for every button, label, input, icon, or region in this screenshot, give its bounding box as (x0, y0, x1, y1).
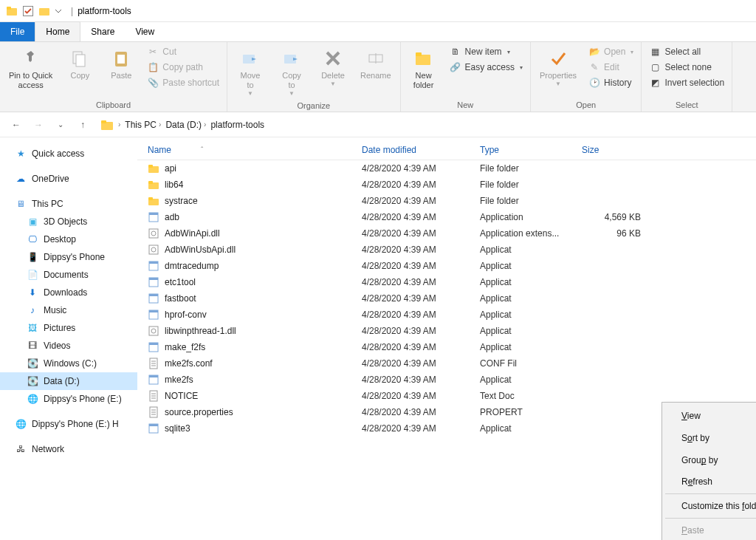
tab-file[interactable]: File (0, 22, 35, 41)
tab-home[interactable]: Home (35, 21, 80, 41)
file-type: Applicat (480, 245, 582, 255)
sidebar-network[interactable]: 🖧Network (0, 440, 137, 458)
file-row[interactable]: adb4/28/2020 4:39 AMApplication4,569 KB (148, 209, 746, 225)
pin-to-quick-access-button[interactable]: Pin to Quick access (4, 45, 57, 93)
file-row[interactable]: libwinpthread-1.dll4/28/2020 4:39 AMAppl… (148, 323, 746, 339)
new-folder-button[interactable]: New folder (405, 45, 442, 93)
file-icon (148, 260, 159, 272)
move-icon (240, 48, 261, 69)
select-all-button[interactable]: ▦Select all (646, 45, 727, 58)
file-row[interactable]: AdbWinApi.dll4/28/2020 4:39 AMApplicatio… (148, 225, 746, 242)
paste-button[interactable]: Paste (103, 45, 140, 83)
copy-to-button[interactable]: Copy to▼ (273, 45, 310, 100)
ctx-group-by[interactable]: Group by› (664, 449, 756, 471)
back-button[interactable]: ← (7, 116, 25, 134)
sidebar-music[interactable]: ♪Music (0, 301, 137, 319)
breadcrumb-2[interactable]: platform-tools (210, 120, 264, 130)
delete-button[interactable]: Delete▼ (315, 45, 351, 90)
sidebar-videos[interactable]: 🎞Videos (0, 337, 137, 355)
move-to-button[interactable]: Move to▼ (232, 45, 269, 100)
svg-rect-26 (149, 245, 158, 254)
file-name: mke2fs (165, 375, 193, 385)
col-name[interactable]: Nameˆ (148, 145, 362, 155)
file-row[interactable]: sqlite34/28/2020 4:39 AMApplicat (148, 420, 746, 437)
sidebar-quick-access[interactable]: ★Quick access (0, 145, 137, 163)
open-button[interactable]: 📂Open ▾ (585, 45, 636, 58)
sidebar-3d-objects[interactable]: ▣3D Objects (0, 213, 137, 230)
ctx-customize[interactable]: Customize this folder... (664, 496, 756, 516)
col-type[interactable]: Type (480, 145, 582, 155)
sidebar-documents[interactable]: 📄Documents (0, 266, 137, 284)
rename-button[interactable]: Rename (356, 45, 396, 83)
select-none-button[interactable]: ▢Select none (646, 61, 727, 74)
sidebar-this-pc[interactable]: 🖥This PC (0, 195, 137, 213)
file-icon (148, 423, 159, 434)
cut-button[interactable]: ✂Cut (144, 45, 222, 58)
sidebar-drive-c[interactable]: 💽Windows (C:) (0, 355, 137, 372)
paste-shortcut-button[interactable]: 📎Paste shortcut (144, 76, 222, 89)
invert-selection-button[interactable]: ◩Invert selection (646, 76, 727, 89)
file-row[interactable]: fastboot4/28/2020 4:39 AMApplicat (148, 290, 746, 307)
file-row[interactable]: source.properties4/28/2020 4:39 AMPROPER… (148, 404, 746, 420)
sidebar-downloads[interactable]: ⬇Downloads (0, 284, 137, 301)
folder-small-icon (38, 5, 50, 17)
pin-icon (21, 48, 41, 69)
breadcrumb-1[interactable]: Data (D:)› (165, 120, 206, 130)
file-date: 4/28/2020 4:39 AM (362, 391, 480, 401)
file-row[interactable]: NOTICE4/28/2020 4:39 AMText Doc (148, 388, 746, 404)
crumb-dropdown[interactable]: › (118, 120, 120, 129)
sidebar-phone[interactable]: 📱Dippsy's Phone (0, 248, 137, 266)
file-row[interactable]: lib644/28/2020 4:39 AMFile folder (148, 177, 746, 193)
folder-icon (6, 5, 18, 17)
forward-button[interactable]: → (30, 116, 47, 134)
edit-button[interactable]: ✎Edit (585, 61, 636, 74)
file-name: AdbWinUsbApi.dll (165, 245, 236, 255)
ctx-refresh[interactable]: Refresh (664, 471, 756, 492)
sidebar-phone-e-h[interactable]: 🌐Dippsy's Phone (E:) H (0, 415, 137, 433)
history-button[interactable]: 🕑History (585, 76, 636, 89)
tab-view[interactable]: View (125, 22, 165, 41)
sidebar-onedrive[interactable]: ☁OneDrive (0, 170, 137, 188)
ctx-separator (665, 518, 756, 519)
svg-rect-31 (149, 278, 158, 280)
ribbon: Pin to Quick access Copy Paste ✂Cut 📋Cop… (0, 41, 756, 112)
new-item-button[interactable]: 🗎New item ▾ (447, 45, 526, 58)
svg-rect-39 (149, 343, 158, 345)
sidebar-desktop[interactable]: 🖵Desktop (0, 230, 137, 248)
sidebar-drive-d[interactable]: 💽Data (D:) (0, 372, 137, 390)
tab-share[interactable]: Share (80, 22, 125, 41)
ctx-view[interactable]: View› (664, 405, 756, 427)
recent-dropdown[interactable]: ⌄ (52, 116, 69, 134)
qat-check-icon[interactable] (22, 5, 34, 17)
file-date: 4/28/2020 4:39 AM (362, 196, 480, 206)
file-row[interactable]: api4/28/2020 4:39 AMFile folder (148, 160, 746, 177)
ctx-sort-by[interactable]: Sort by› (664, 427, 756, 449)
properties-button[interactable]: Properties▼ (535, 45, 581, 90)
file-row[interactable]: mke2fs4/28/2020 4:39 AMApplicat (148, 372, 746, 388)
copy-path-button[interactable]: 📋Copy path (144, 61, 222, 74)
file-list-area[interactable]: Nameˆ Date modified Type Size api4/28/20… (137, 137, 756, 540)
sidebar-drive-e[interactable]: 🌐Dippsy's Phone (E:) (0, 390, 137, 408)
col-size[interactable]: Size (582, 145, 641, 155)
file-row[interactable]: systrace4/28/2020 4:39 AMFile folder (148, 193, 746, 209)
file-name: make_f2fs (165, 342, 205, 352)
sidebar-pictures[interactable]: 🖼Pictures (0, 319, 137, 337)
file-date: 4/28/2020 4:39 AM (362, 228, 480, 239)
qat-dropdown-icon[interactable] (55, 5, 62, 17)
file-row[interactable]: etc1tool4/28/2020 4:39 AMApplicat (148, 274, 746, 290)
address-bar[interactable]: › This PC› Data (D:)› platform-tools (100, 118, 264, 131)
easy-access-button[interactable]: 🔗Easy access ▾ (447, 61, 526, 74)
file-row[interactable]: make_f2fs4/28/2020 4:39 AMApplicat (148, 339, 746, 355)
up-button[interactable]: ↑ (74, 116, 92, 134)
easy-access-icon: 🔗 (450, 61, 461, 73)
file-row[interactable]: mke2fs.conf4/28/2020 4:39 AMCONF Fil (148, 355, 746, 372)
file-date: 4/28/2020 4:39 AM (362, 261, 480, 271)
file-row[interactable]: hprof-conv4/28/2020 4:39 AMApplicat (148, 307, 746, 323)
file-row[interactable]: AdbWinUsbApi.dll4/28/2020 4:39 AMApplica… (148, 242, 746, 258)
file-row[interactable]: dmtracedump4/28/2020 4:39 AMApplicat (148, 258, 746, 274)
col-date[interactable]: Date modified (362, 145, 480, 155)
group-select-label: Select (646, 99, 727, 111)
copy-button[interactable]: Copy (61, 45, 98, 83)
breadcrumb-0[interactable]: This PC› (125, 120, 161, 130)
file-name: fastboot (165, 293, 196, 304)
